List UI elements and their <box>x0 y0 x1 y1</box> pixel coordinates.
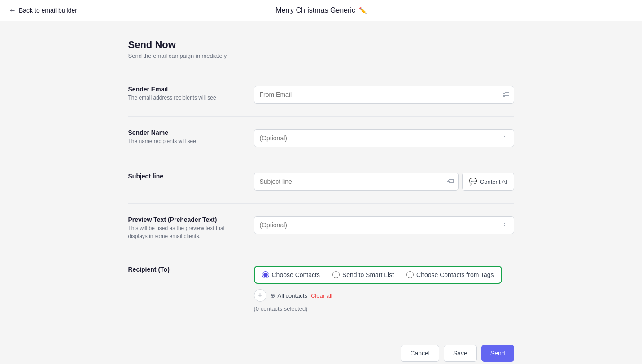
add-contact-button[interactable]: + <box>254 289 266 302</box>
sender-email-row: Sender Email The email address recipient… <box>128 73 514 117</box>
sender-name-label-col: Sender Name The name recipients will see <box>128 129 236 145</box>
back-button[interactable]: ← Back to email builder <box>5 4 81 17</box>
contacts-chip-icon: ⊕ <box>270 292 275 299</box>
clear-all-button[interactable]: Clear all <box>311 292 332 299</box>
recipient-row: Recipient (To) Choose Contacts Send to S… <box>128 253 514 325</box>
recipient-label-col: Recipient (To) <box>128 266 236 274</box>
back-button-label: Back to email builder <box>19 7 77 14</box>
content-ai-label: Content AI <box>480 178 507 185</box>
contacts-row: + ⊕ All contacts Clear all <box>254 289 514 302</box>
header-title-area: Merry Christmas Generic ✏️ <box>275 6 367 14</box>
footer-actions: Cancel Save Send <box>128 334 514 364</box>
contacts-count: (0 contacts selected) <box>254 305 514 312</box>
sender-email-label: Sender Email <box>128 86 236 93</box>
subject-input-wrapper: 🏷 <box>254 173 459 191</box>
sender-name-input-wrapper: 🏷 <box>254 129 514 147</box>
sender-name-desc: The name recipients will see <box>128 137 236 145</box>
sender-email-input-col: 🏷 <box>254 86 514 104</box>
choose-contacts-radio[interactable] <box>262 271 269 278</box>
back-arrow-icon: ← <box>9 6 16 14</box>
preview-text-input-wrapper: 🏷 <box>254 216 514 234</box>
page-subtitle: Send the email campaign immediately <box>128 52 514 59</box>
recipient-label: Recipient (To) <box>128 266 236 273</box>
content-ai-icon: 💬 <box>469 178 477 186</box>
subject-line-row: Subject line 🏷 💬 Content AI <box>128 160 514 204</box>
recipient-options-group: Choose Contacts Send to Smart List Choos… <box>254 266 502 284</box>
send-button[interactable]: Send <box>481 345 514 362</box>
sender-name-label: Sender Name <box>128 129 236 136</box>
sender-email-label-col: Sender Email The email address recipient… <box>128 86 236 102</box>
recipient-input-col: Choose Contacts Send to Smart List Choos… <box>254 266 514 312</box>
header: ← Back to email builder Merry Christmas … <box>0 0 642 21</box>
subject-line-label-col: Subject line <box>128 173 236 181</box>
from-tags-option[interactable]: Choose Contacts from Tags <box>406 271 494 278</box>
content-ai-button[interactable]: 💬 Content AI <box>462 173 514 191</box>
subject-line-input-col: 🏷 💬 Content AI <box>254 173 514 191</box>
cancel-button[interactable]: Cancel <box>401 345 439 362</box>
choose-contacts-option[interactable]: Choose Contacts <box>262 271 320 278</box>
preview-text-desc: This will be used as the preview text th… <box>128 224 236 240</box>
sender-email-desc: The email address recipients will see <box>128 94 236 102</box>
smart-list-radio[interactable] <box>332 271 340 278</box>
from-tags-label: Choose Contacts from Tags <box>416 271 494 278</box>
sender-email-input-wrapper: 🏷 <box>254 86 514 104</box>
edit-title-icon[interactable]: ✏️ <box>359 7 367 14</box>
preview-text-input-col: 🏷 <box>254 216 514 234</box>
sender-name-input-col: 🏷 <box>254 129 514 147</box>
all-contacts-chip: ⊕ All contacts <box>270 292 307 299</box>
preview-text-label-col: Preview Text (Preheader Text) This will … <box>128 216 236 240</box>
sender-name-row: Sender Name The name recipients will see… <box>128 117 514 160</box>
sender-email-input[interactable] <box>254 86 514 104</box>
preview-text-input[interactable] <box>254 216 514 234</box>
sender-name-input[interactable] <box>254 129 514 147</box>
all-contacts-label: All contacts <box>278 292 307 299</box>
save-button[interactable]: Save <box>444 345 477 362</box>
smart-list-label: Send to Smart List <box>342 271 394 278</box>
subject-row-inputs: 🏷 💬 Content AI <box>254 173 514 191</box>
subject-line-input[interactable] <box>254 173 459 191</box>
preview-text-row: Preview Text (Preheader Text) This will … <box>128 204 514 253</box>
page-title: Send Now <box>128 39 514 51</box>
subject-line-label: Subject line <box>128 173 236 180</box>
main-content: Send Now Send the email campaign immedia… <box>119 21 523 364</box>
choose-contacts-label: Choose Contacts <box>272 271 320 278</box>
preview-text-label: Preview Text (Preheader Text) <box>128 216 236 223</box>
smart-list-option[interactable]: Send to Smart List <box>332 271 394 278</box>
campaign-title: Merry Christmas Generic <box>275 6 355 14</box>
from-tags-radio[interactable] <box>406 271 414 278</box>
